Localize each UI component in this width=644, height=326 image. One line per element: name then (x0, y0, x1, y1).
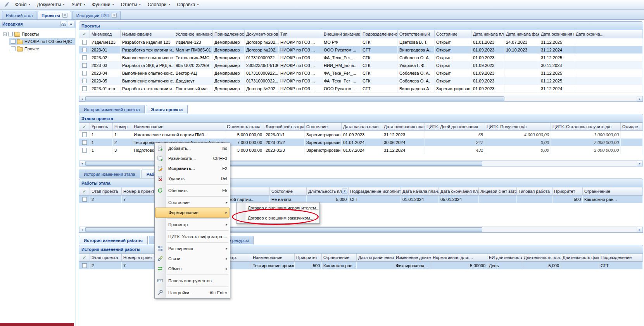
menu-item-duplicate[interactable]: Размножить... Ctrl+F3 (155, 153, 230, 163)
menu-item-formation[interactable]: Формирование ▸ (155, 208, 230, 218)
menu-item-citk-cost-code[interactable]: ЦИТК. Указать шифр затрат... (155, 232, 230, 242)
column-header[interactable]: Дата начала факт (504, 30, 539, 38)
horizontal-scrollbar[interactable]: ◄ ► (79, 96, 643, 101)
column-header[interactable]: Документ-основан... (245, 30, 279, 38)
column-header[interactable]: Изменение длител... (394, 254, 431, 262)
menu-accounting[interactable]: Учёт▾ (68, 1, 88, 9)
table-row[interactable]: 2023-05Выполнение опытно-конс...Дредноут… (79, 77, 643, 85)
scroll-left-button[interactable]: ◄ (79, 161, 85, 166)
column-header[interactable]: Ограничение (583, 187, 643, 196)
close-tab-icon[interactable]: × (62, 13, 67, 18)
column-header[interactable]: Этап проекта (90, 254, 122, 262)
column-header[interactable]: Номер (113, 123, 132, 131)
tab-projects[interactable]: Проекты× (38, 11, 71, 19)
row-checkbox[interactable] (82, 148, 87, 153)
column-header[interactable]: Приоритет (552, 187, 583, 196)
column-header[interactable]: Длительность пла... (522, 254, 561, 262)
menu-item-extensions[interactable]: Расширения ▸ (155, 244, 230, 254)
close-tab-icon[interactable]: × (112, 13, 117, 18)
column-header[interactable]: Дата начала план. (471, 30, 504, 38)
scroll-thumb[interactable] (85, 96, 504, 101)
column-header[interactable]: Состояние (305, 123, 342, 131)
table-row[interactable]: 2023-01тестРазработка технологии и...Пос… (79, 85, 643, 93)
menu-functions[interactable]: Функции▾ (88, 1, 117, 9)
tab-project-change-history[interactable]: История изменений проекта (79, 105, 145, 113)
tab-desktop[interactable]: Рабочий стол (2, 11, 36, 19)
column-header[interactable]: Условное наименова... (174, 30, 213, 38)
column-header[interactable]: Этап проекта (90, 187, 122, 196)
column-header[interactable]: Наименование (251, 254, 295, 262)
menu-item-toolbar[interactable]: Панель инструментов (155, 276, 230, 286)
scroll-right-button[interactable]: ► (637, 227, 643, 232)
menu-file[interactable]: Файл▾ (12, 1, 34, 9)
scroll-right-button[interactable]: ► (637, 161, 643, 166)
scroll-left-button[interactable]: ◄ (79, 227, 85, 232)
menu-item-state[interactable]: Состояние ▸ (155, 197, 230, 208)
column-header[interactable]: Дата ограничения (357, 254, 394, 262)
column-header[interactable]: Длительность план.▾ (307, 187, 349, 196)
column-header[interactable]: Подразделение (599, 254, 643, 262)
column-header[interactable]: Мнемокод (90, 30, 121, 38)
tab-project-stages[interactable]: Этапы проекта (146, 105, 188, 113)
column-header[interactable]: Подразделение-от... (361, 30, 398, 38)
menu-item-add[interactable]: Добавить... Ins (155, 143, 230, 153)
column-header[interactable]: Наименование (121, 30, 174, 38)
row-checkbox[interactable] (82, 140, 87, 145)
tree-checkbox[interactable] (11, 39, 16, 44)
column-header[interactable]: Лицевой счёт затр. (479, 187, 517, 196)
column-header[interactable]: Состояние (270, 187, 307, 196)
row-checkbox[interactable] (82, 40, 87, 45)
column-header[interactable]: Дата оконча... (574, 30, 643, 38)
menu-item-delete[interactable]: Удалить Del (155, 173, 230, 184)
row-checkbox[interactable] (82, 48, 87, 52)
column-header[interactable]: Тип (279, 30, 322, 38)
tab-stage-change-history[interactable]: История изменений этапа (79, 170, 140, 178)
scroll-right-button[interactable]: ► (637, 96, 643, 101)
column-header[interactable]: Номер в проект... (122, 187, 157, 196)
column-header[interactable]: Лицевой счёт затрат. (264, 123, 305, 131)
column-header[interactable]: Внешний заказчик (322, 30, 361, 38)
column-header[interactable]: Приоритет (295, 254, 322, 262)
column-header[interactable]: Стоимость этапа (225, 123, 264, 131)
scroll-thumb[interactable] (85, 227, 482, 232)
tree-node-niokr-goz[interactable]: НИОКР по ГОЗ без НДС (9, 38, 75, 45)
collapse-node-icon[interactable]: − (3, 33, 7, 36)
tree-node-projects[interactable]: − Проекты (2, 31, 42, 38)
collapse-panel-button[interactable]: « (68, 21, 74, 27)
column-header[interactable]: ✓ (79, 254, 90, 262)
tree-checkbox[interactable] (11, 46, 16, 51)
menu-help[interactable]: Справка▾ (173, 1, 202, 9)
column-header[interactable]: Дата начала план (342, 123, 382, 131)
column-header[interactable]: Длительность фак... (561, 254, 599, 262)
tab-work-change-history[interactable]: История изменений работы (79, 236, 148, 244)
menu-item-view[interactable]: Просмотр ▸ (155, 220, 230, 230)
column-header[interactable]: Дата окончания план (439, 187, 479, 196)
scroll-left-button[interactable]: ◄ (79, 96, 85, 101)
menu-item-edit[interactable]: Исправить... F2 (155, 163, 230, 173)
row-checkbox[interactable] (82, 197, 87, 202)
scroll-track[interactable] (85, 96, 637, 101)
table-row[interactable]: Изделие123Разработка изделия 123Изделие-… (79, 38, 643, 46)
table-row[interactable]: 2023-03Разработка ЭКД и РКД н...905-U020… (79, 62, 643, 69)
tab-pup-instructions[interactable]: Инструкции ПУП× (73, 11, 121, 19)
column-header[interactable]: Наименование (132, 123, 225, 131)
row-checkbox[interactable] (82, 263, 87, 268)
column-header[interactable]: ✓ (79, 30, 90, 38)
tree-search-button[interactable] (60, 21, 67, 27)
column-filter-button[interactable]: ▾ (342, 189, 347, 194)
menu-documents[interactable]: Документы▾ (34, 1, 68, 9)
column-header[interactable]: Дата начала план. (401, 187, 439, 196)
column-header[interactable]: Подразделение-исполнитель. (349, 187, 401, 196)
column-header[interactable]: ✓ (79, 123, 90, 131)
column-header[interactable]: Ответственный (398, 30, 435, 38)
menu-item-links[interactable]: Связи ▸ (155, 254, 230, 264)
row-checkbox[interactable] (82, 79, 87, 83)
menu-reports[interactable]: Отчёты▾ (117, 1, 144, 9)
column-header[interactable]: Принадлежность (213, 30, 245, 38)
column-header[interactable]: ЦИТК. Осталось получить д/с (551, 123, 621, 131)
column-header[interactable]: Типовая работа (517, 187, 552, 196)
table-row[interactable]: 2023-02Выполнение опытно-конс...Технолог… (79, 54, 643, 62)
column-header[interactable]: Дата окончания план (382, 123, 425, 131)
tree-checkbox[interactable] (8, 32, 13, 36)
column-header[interactable]: Уровень (90, 123, 113, 131)
